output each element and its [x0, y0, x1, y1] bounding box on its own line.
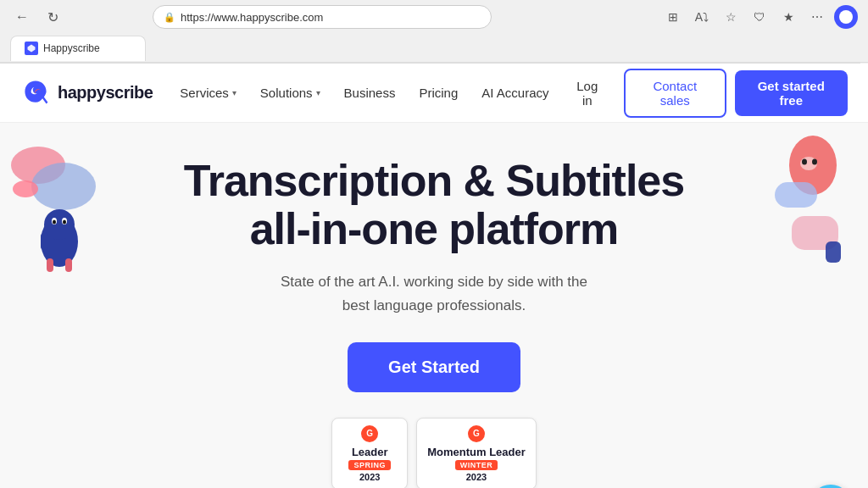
illustration-top-right — [741, 131, 851, 270]
svg-rect-12 — [41, 233, 47, 250]
badge-momentum-season: WINTER — [455, 460, 498, 470]
logo[interactable]: happyscribe — [20, 78, 153, 108]
badge-momentum-title: Momentum Leader — [427, 446, 526, 458]
hero-title: Transcription & Subtitles all-in-one pla… — [184, 157, 684, 253]
svg-point-9 — [63, 220, 66, 225]
nav-services[interactable]: Services ▾ — [170, 79, 247, 107]
badge-momentum-year: 2023 — [466, 472, 487, 482]
contact-sales-button[interactable]: Contact sales — [624, 69, 726, 118]
shield-icon[interactable]: 🛡 — [748, 5, 771, 29]
svg-point-8 — [53, 220, 56, 225]
nav-ai-accuracy[interactable]: AI Accuracy — [471, 79, 559, 107]
nav-business[interactable]: Business — [334, 79, 406, 107]
pricing-label: Pricing — [419, 86, 458, 100]
svg-point-16 — [812, 159, 817, 165]
svg-rect-17 — [775, 182, 817, 208]
get-started-nav-button[interactable]: Get started free — [735, 70, 848, 116]
hero-title-line2: all-in-one platform — [250, 204, 619, 253]
services-chevron: ▾ — [232, 88, 236, 97]
chat-fab[interactable] — [810, 485, 851, 488]
ai-accuracy-label: AI Accuracy — [481, 86, 548, 100]
badge-momentum: G Momentum Leader WINTER 2023 — [416, 418, 537, 488]
get-started-hero-button[interactable]: Get Started — [348, 342, 520, 392]
grid-icon[interactable]: ⊞ — [661, 5, 685, 29]
login-button[interactable]: Log in — [559, 72, 615, 114]
solutions-label: Solutions — [260, 86, 313, 100]
hero-title-line1: Transcription & Subtitles — [184, 156, 684, 205]
svg-rect-10 — [47, 258, 53, 272]
svg-point-5 — [44, 209, 75, 240]
solutions-chevron: ▾ — [316, 88, 320, 97]
browser-chrome: ← ↻ 🔒 https://www.happyscribe.com ⊞ A⤵ ☆… — [0, 0, 868, 64]
nav-pricing[interactable]: Pricing — [409, 79, 468, 107]
g2-logo-leader: G — [361, 425, 378, 442]
browser-toolbar: ← ↻ 🔒 https://www.happyscribe.com ⊞ A⤵ ☆… — [0, 0, 868, 34]
tab-title: Happyscribe — [43, 42, 100, 54]
translate-icon[interactable]: A⤵ — [690, 5, 714, 29]
nav-solutions[interactable]: Solutions ▾ — [250, 79, 331, 107]
services-label: Services — [180, 86, 229, 100]
nav-links: Services ▾ Solutions ▾ Business Pricing … — [170, 79, 559, 107]
badge-leader: G Leader SPRING 2023 — [331, 418, 408, 488]
favorites-icon[interactable]: ★ — [776, 5, 800, 29]
badge-leader-title: Leader — [352, 446, 388, 458]
refresh-button[interactable]: ↻ — [41, 5, 64, 29]
website-content: happyscribe Services ▾ Solutions ▾ Busin… — [0, 64, 868, 488]
logo-text: happyscribe — [58, 83, 153, 103]
address-text: https://www.happyscribe.com — [181, 11, 323, 24]
g2-logo-momentum: G — [468, 425, 485, 442]
svg-point-15 — [802, 159, 807, 165]
svg-rect-11 — [65, 258, 72, 272]
hero-subtitle: State of the art A.I. working side by si… — [273, 270, 595, 316]
badges-container: G Leader SPRING 2023 G Momentum Leader W… — [331, 418, 537, 488]
tab-favicon — [25, 42, 38, 55]
nav-actions: Log in Contact sales Get started free — [559, 69, 848, 118]
logo-icon — [20, 78, 51, 108]
browser-actions: ⊞ A⤵ ☆ 🛡 ★ ⋯ — [661, 5, 858, 29]
business-label: Business — [344, 86, 396, 100]
navbar: happyscribe Services ▾ Solutions ▾ Busin… — [0, 64, 868, 123]
back-button[interactable]: ← — [10, 5, 34, 29]
svg-point-0 — [839, 10, 853, 24]
active-tab[interactable]: Happyscribe — [10, 36, 146, 61]
lock-icon: 🔒 — [164, 12, 175, 23]
badge-leader-year: 2023 — [359, 472, 380, 482]
hero-section: Transcription & Subtitles all-in-one pla… — [0, 123, 868, 488]
svg-rect-19 — [826, 241, 841, 263]
svg-point-3 — [13, 180, 38, 197]
address-bar[interactable]: 🔒 https://www.happyscribe.com — [153, 5, 492, 29]
illustration-top-left — [8, 140, 119, 279]
browser-tab-bar: Happyscribe — [0, 34, 868, 63]
bookmark-icon[interactable]: ☆ — [719, 5, 743, 29]
badge-leader-season: SPRING — [348, 460, 391, 470]
svg-point-2 — [31, 163, 96, 210]
profile-avatar[interactable] — [834, 5, 858, 29]
more-icon[interactable]: ⋯ — [805, 5, 829, 29]
